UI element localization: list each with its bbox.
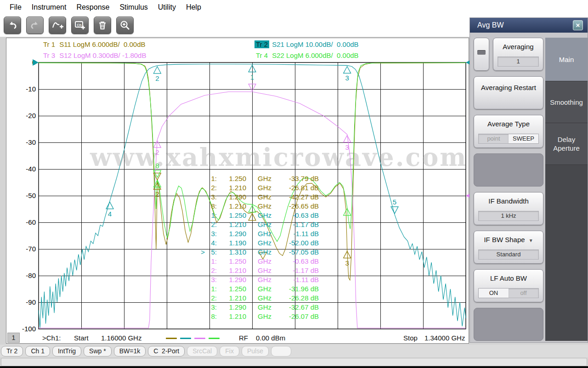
marker-cell: 1.210 xyxy=(209,202,246,210)
marker-cell: 1.210 xyxy=(209,266,246,275)
average-type-option-point[interactable]: point xyxy=(479,134,509,143)
rf-value[interactable]: 0.00 dBm xyxy=(256,334,285,342)
redo-button xyxy=(26,17,44,34)
menu-item-response[interactable]: Response xyxy=(71,1,114,13)
average-type-option-sweep[interactable]: SWEEP xyxy=(509,134,538,143)
if-bw-shape-value[interactable]: Standard xyxy=(478,249,539,260)
menu-item-utility[interactable]: Utility xyxy=(153,1,181,13)
legend-trace-4[interactable]: Tr 4 S22 LogM 6.000dB/ 0.00dB xyxy=(254,51,359,59)
panel-tab-column: Main Smoothing Delay Aperture xyxy=(545,38,588,341)
status-button-inttrig[interactable]: IntTrig xyxy=(52,346,81,357)
marker-cell: -52.00 dB xyxy=(266,239,319,247)
svg-text:Ch: Ch xyxy=(77,23,82,27)
marker-glyph[interactable] xyxy=(344,66,351,73)
zoom-button[interactable] xyxy=(116,17,134,34)
marker-cell: -1.11 dB xyxy=(266,230,319,238)
marker-table-row: 1:1.250GHz-31.96 dB xyxy=(6,285,469,293)
status-button-swp-[interactable]: Swp * xyxy=(84,346,112,357)
averaging-restart-button[interactable]: Averaging Restart xyxy=(474,76,543,109)
marker-cell: 1.210 xyxy=(209,294,246,302)
start-label[interactable]: Start xyxy=(74,334,89,342)
marker-cell: -26.81 dB xyxy=(266,184,319,192)
undo-button[interactable] xyxy=(4,17,21,34)
status-button-c-2-port[interactable]: C 2-Port xyxy=(148,346,185,357)
marker-number: 2 xyxy=(155,74,159,82)
add-trace-button[interactable] xyxy=(49,17,66,34)
add-channel-icon: Ch xyxy=(74,19,86,31)
channel-bar: 1 >Ch1: Start 1.16000 GHz RF 0.00 dBm St… xyxy=(6,332,469,344)
zoom-icon xyxy=(119,20,130,31)
marker-cell: 1.290 xyxy=(209,193,246,201)
delete-button[interactable] xyxy=(94,17,111,34)
lf-auto-bw-toggle[interactable]: ON off xyxy=(478,288,539,298)
panel-placeholder-1 xyxy=(474,153,543,187)
status-button-fix: Fix xyxy=(220,346,239,357)
averaging-toggle-slot xyxy=(477,50,486,55)
marker-cell: 1.290 xyxy=(209,276,246,284)
marker-glyph[interactable] xyxy=(153,67,161,74)
marker-table-row: 3:1.290GHz-1.11 dB xyxy=(6,230,469,238)
average-type-button[interactable]: Average Type point SWEEP xyxy=(474,115,543,148)
y-axis-label: -20 xyxy=(15,112,36,120)
trace-3-tab[interactable]: Tr 3 xyxy=(42,51,57,59)
menu-item-help[interactable]: Help xyxy=(181,1,206,13)
marker-cell: 1.290 xyxy=(209,230,246,238)
marker-table-row: 1:1.250GHz-33.79 dB xyxy=(6,175,469,183)
menu-item-instrument[interactable]: Instrument xyxy=(27,1,72,13)
legend-trace-2[interactable]: Tr 2 S21 LogM 10.00dB/ 0.00dB xyxy=(254,40,359,48)
stop-label[interactable]: Stop xyxy=(403,334,418,342)
marker-cell: -26.65 dB xyxy=(266,202,319,210)
lf-auto-bw-option-on[interactable]: ON xyxy=(479,289,509,298)
tab-main[interactable]: Main xyxy=(545,38,588,81)
trace-1-label: S11 LogM 6.000dB/ 0.00dB xyxy=(59,40,145,48)
start-value[interactable]: 1.16000 GHz xyxy=(101,334,141,342)
status-bar: Tr 2Ch 1IntTrigSwp *BW=1kC 2-PortSrcCalF… xyxy=(0,345,588,357)
average-type-toggle[interactable]: point SWEEP xyxy=(478,134,539,144)
chart-panel: Tr 1 S11 LogM 6.000dB/ 0.00dB Tr 2 S21 L… xyxy=(6,38,469,344)
averaging-restart-label: Averaging Restart xyxy=(474,77,543,92)
status-button-tr-2[interactable]: Tr 2 xyxy=(1,346,23,357)
if-bw-shape-label: IF BW Shape▼ xyxy=(474,231,543,243)
legend-trace-1[interactable]: Tr 1 S11 LogM 6.000dB/ 0.00dB xyxy=(42,40,146,48)
y-axis-label: -40 xyxy=(15,165,36,173)
stop-value[interactable]: 1.34000 GHz xyxy=(424,334,465,342)
tab-delay-aperture[interactable]: Delay Aperture xyxy=(545,123,588,165)
menu-item-stimulus[interactable]: Stimulus xyxy=(114,1,153,13)
averaging-button[interactable]: Averaging 1 xyxy=(493,38,543,71)
marker-number: 8 xyxy=(155,162,159,170)
trace-1-tab[interactable]: Tr 1 xyxy=(42,40,57,48)
menu-bar: FileInstrumentResponseStimulusUtilityHel… xyxy=(0,0,588,15)
averaging-toggle-button[interactable] xyxy=(474,38,489,71)
status-button-bw-1k[interactable]: BW=1k xyxy=(114,346,146,357)
swatch-s12 xyxy=(194,338,205,339)
if-bandwidth-value[interactable]: 1 kHz xyxy=(478,211,539,221)
marker-number: 2 xyxy=(155,148,159,156)
status-button-ch-1[interactable]: Ch 1 xyxy=(25,346,50,357)
trace-4-tab[interactable]: Tr 4 xyxy=(254,51,269,59)
lf-auto-bw-button[interactable]: LF Auto BW ON off xyxy=(474,269,543,302)
marker-cell: 1.310 xyxy=(209,248,246,256)
channel-badge[interactable]: 1 xyxy=(7,333,20,343)
marker-glyph[interactable] xyxy=(344,136,351,142)
trace-2-tab[interactable]: Tr 2 xyxy=(254,40,269,48)
marker-table-row: 3:1.290GHz-32.67 dB xyxy=(6,303,469,311)
average-type-label: Average Type xyxy=(474,115,543,128)
legend-trace-3[interactable]: Tr 3 S12 LogM 0.300dB/ -1.80dB xyxy=(42,51,146,59)
marker-cell: -1.17 dB xyxy=(266,221,319,229)
averaging-value[interactable]: 1 xyxy=(498,57,539,67)
y-axis-label: -10 xyxy=(15,85,36,93)
marker-cell: -0.63 dB xyxy=(266,257,319,266)
lf-auto-bw-option-off[interactable]: off xyxy=(509,289,538,298)
undo-icon xyxy=(7,20,18,31)
add-trace-icon xyxy=(51,19,63,31)
lf-auto-bw-label: LF Auto BW xyxy=(474,270,543,282)
tab-smoothing[interactable]: Smoothing xyxy=(545,81,588,123)
marker-table-row: 8:1.210GHz-26.65 dB xyxy=(6,202,469,210)
menu-item-file[interactable]: File xyxy=(5,1,27,13)
if-bandwidth-button[interactable]: IF Bandwidth 1 kHz xyxy=(474,192,543,225)
marker-cell: 1.250 xyxy=(209,257,246,266)
swatch-s21 xyxy=(180,338,191,339)
if-bw-shape-button[interactable]: IF BW Shape▼ Standard xyxy=(474,231,543,264)
close-button[interactable]: × xyxy=(573,20,583,30)
add-channel-button[interactable]: Ch xyxy=(71,17,89,34)
